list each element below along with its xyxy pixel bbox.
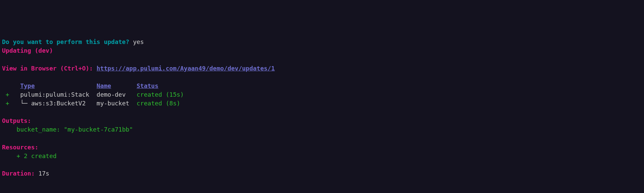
- resources-summary: + 2 created: [16, 152, 56, 159]
- table-header-status: Status: [137, 82, 158, 89]
- view-browser-label: View in Browser (Ctrl+O):: [2, 65, 97, 72]
- duration-value: 17s: [38, 170, 49, 177]
- row-name: demo-dev: [97, 91, 126, 98]
- row-type: aws:s3:BucketV2: [31, 100, 86, 107]
- update-prompt-answer: yes: [133, 38, 144, 45]
- row-status: created (8s): [137, 100, 180, 107]
- row-type: pulumi:pulumi:Stack: [20, 91, 89, 98]
- updating-line: Updating (dev): [2, 47, 53, 54]
- output-value: "my-bucket-7ca71bb": [64, 126, 133, 133]
- resources-label: Resources:: [2, 144, 38, 151]
- row-name: my-bucket: [97, 100, 130, 107]
- view-browser-link[interactable]: https://app.pulumi.com/Ayaan49/demo/dev/…: [97, 65, 275, 72]
- output-key: bucket_name: [16, 126, 56, 133]
- tree-branch-icon: └─: [20, 100, 31, 107]
- output-colon: :: [57, 126, 64, 133]
- row-status: created (15s): [137, 91, 184, 98]
- table-header-type: Type: [20, 82, 35, 89]
- duration-label: Duration:: [2, 170, 35, 177]
- update-prompt-question: Do you want to perform this update?: [2, 38, 129, 45]
- outputs-label: Outputs:: [2, 117, 31, 124]
- row-op: +: [6, 100, 9, 107]
- row-op: +: [6, 91, 9, 98]
- table-header-name: Name: [97, 82, 111, 89]
